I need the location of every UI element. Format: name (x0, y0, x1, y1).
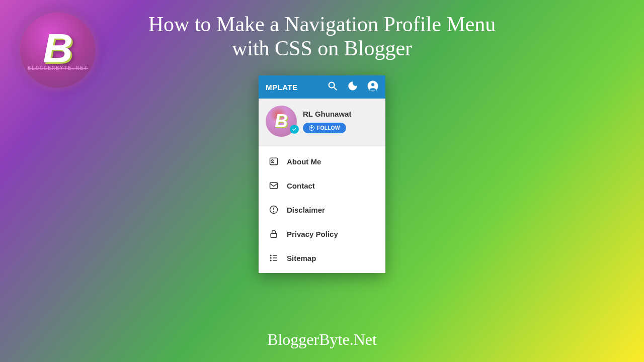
svg-rect-10 (271, 233, 277, 237)
logo-subtext: BLOGGERBYTE.NET (28, 65, 88, 71)
svg-rect-4 (270, 158, 278, 164)
verified-badge-icon (290, 125, 299, 134)
alert-circle-icon (269, 205, 279, 215)
profile-menu-card: MPLATE B RL Ghunawat + FOLLOW (259, 75, 385, 273)
search-icon[interactable] (327, 80, 338, 94)
plus-circle-icon: + (309, 125, 314, 131)
list-icon (269, 253, 279, 263)
menu-item-about[interactable]: About Me (259, 149, 385, 173)
menu-item-contact[interactable]: Contact (259, 173, 385, 198)
avatar-wrap: B (266, 106, 297, 137)
lock-icon (269, 229, 279, 239)
headline-line-1: How to Make a Navigation Profile Menu (0, 12, 644, 36)
menu-label: Disclaimer (287, 206, 325, 214)
follow-button[interactable]: + FOLLOW (303, 123, 346, 133)
avatar-letter: B (275, 111, 288, 132)
footer-brand: BloggerByte.Net (0, 330, 644, 349)
menu-label: Privacy Policy (287, 230, 338, 238)
user-card-icon (269, 156, 279, 166)
dropdown-pointer (371, 99, 380, 103)
card-header-bar: MPLATE (259, 75, 385, 99)
svg-point-5 (272, 160, 273, 161)
svg-line-1 (334, 87, 337, 90)
svg-point-13 (270, 260, 271, 261)
menu-item-disclaimer[interactable]: Disclaimer (259, 198, 385, 222)
profile-name: RL Ghunawat (303, 110, 378, 118)
profile-menu-list: About Me Contact Disclaimer Privacy Poli… (259, 146, 385, 273)
menu-label: Contact (287, 182, 315, 190)
menu-item-privacy[interactable]: Privacy Policy (259, 222, 385, 246)
svg-point-3 (371, 83, 374, 86)
dark-mode-icon[interactable] (347, 80, 358, 94)
mail-icon (269, 180, 279, 191)
profile-info: RL Ghunawat + FOLLOW (303, 110, 378, 133)
svg-point-0 (329, 82, 335, 88)
profile-header: B RL Ghunawat + FOLLOW (259, 99, 385, 146)
headline-line-2: with CSS on Blogger (0, 36, 644, 60)
brand-label: MPLATE (266, 83, 318, 92)
svg-rect-6 (270, 183, 278, 189)
page-title: How to Make a Navigation Profile Menu wi… (0, 12, 644, 61)
svg-point-9 (274, 212, 274, 212)
profile-icon[interactable] (367, 80, 378, 94)
svg-point-12 (270, 257, 271, 258)
follow-label: FOLLOW (317, 125, 340, 131)
menu-label: Sitemap (287, 254, 316, 262)
menu-label: About Me (287, 157, 321, 166)
menu-item-sitemap[interactable]: Sitemap (259, 246, 385, 270)
svg-point-11 (270, 255, 271, 256)
